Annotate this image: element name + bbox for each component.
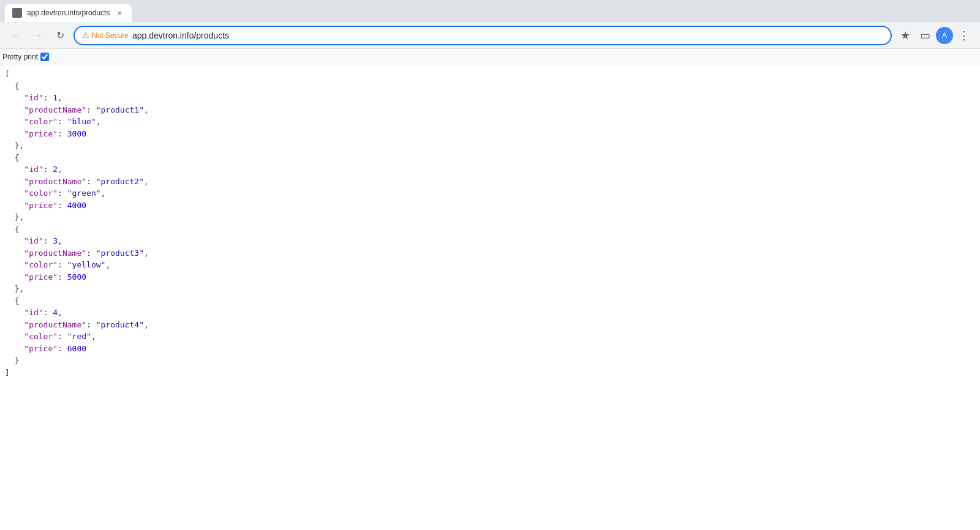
back-button[interactable]: ← — [7, 27, 24, 44]
not-secure-label: Not Secure — [92, 31, 129, 40]
tab-favicon — [12, 8, 22, 18]
security-indicator: ⚠ Not Secure — [82, 31, 129, 40]
pretty-print-checkbox[interactable] — [40, 53, 49, 61]
json-output: [ { "id": 1, "productName": "product1", … — [0, 65, 980, 381]
browser-toolbar: ← → ↻ ⚠ Not Secure ★ ▭ A ⋮ — [0, 22, 980, 49]
page-content: Pretty print [ { "id": 1, "productName":… — [0, 49, 980, 530]
address-bar[interactable]: ⚠ Not Secure — [74, 26, 892, 45]
tab-title: app.devtron.info/products — [27, 9, 110, 17]
star-icon: ★ — [900, 29, 910, 42]
pretty-print-bar: Pretty print — [0, 49, 980, 65]
menu-button[interactable]: ⋮ — [956, 27, 973, 44]
active-tab[interactable]: app.devtron.info/products ✕ — [5, 4, 132, 22]
tab-bar: app.devtron.info/products ✕ — [0, 0, 980, 22]
profile-avatar[interactable]: A — [936, 27, 953, 44]
reload-button[interactable]: ↻ — [51, 27, 69, 44]
tab-close-button[interactable]: ✕ — [115, 8, 124, 18]
forward-button[interactable]: → — [29, 27, 47, 44]
browser-chrome: app.devtron.info/products ✕ ← → ↻ ⚠ Not … — [0, 0, 980, 49]
toolbar-actions: ★ ▭ A ⋮ — [897, 27, 973, 44]
url-input[interactable] — [132, 31, 883, 40]
extensions-icon: ▭ — [920, 29, 930, 42]
bookmark-button[interactable]: ★ — [897, 27, 914, 44]
menu-icon: ⋮ — [959, 29, 970, 42]
extensions-button[interactable]: ▭ — [916, 27, 933, 44]
avatar-initial: A — [942, 31, 947, 40]
pretty-print-label: Pretty print — [2, 53, 38, 61]
warning-icon: ⚠ — [82, 31, 89, 40]
